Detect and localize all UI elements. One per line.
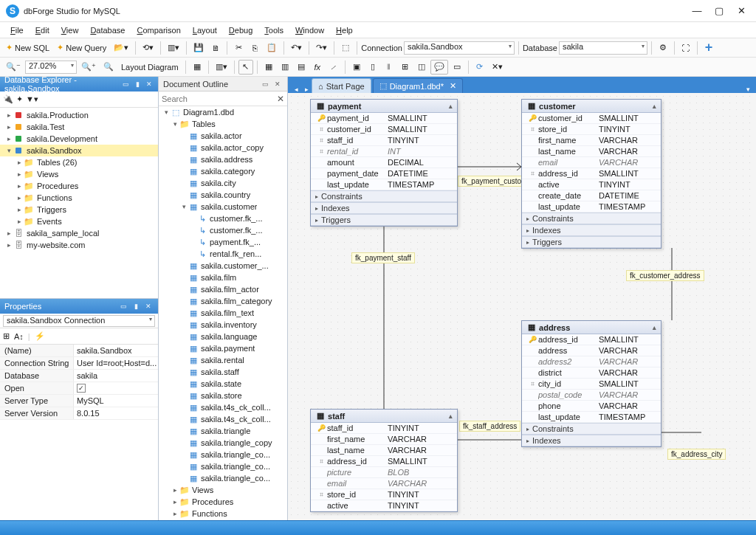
entity-column[interactable]: first_nameVARCHAR xyxy=(311,434,457,445)
entity-column[interactable]: last_nameVARCHAR xyxy=(522,146,661,157)
outline-node[interactable]: ▦sakila.store xyxy=(159,390,287,401)
db-connect-icon[interactable]: 🔌 xyxy=(3,94,13,104)
outline-node[interactable]: ▦sakila.payment xyxy=(159,342,287,354)
entity-column[interactable]: ⌗rental_idINT xyxy=(311,146,457,157)
outline-node[interactable]: ▦sakila.t4s_ck_coll... xyxy=(159,401,287,413)
tab-start-page[interactable]: ⌂Start Page xyxy=(312,78,371,93)
collapse-icon[interactable]: ▴ xyxy=(653,324,656,331)
properties-grid[interactable]: (Name)sakila.SandboxConnection StringUse… xyxy=(0,345,158,520)
arrange-2[interactable]: ▯ xyxy=(365,60,380,75)
prop-events-icon[interactable]: ⚡ xyxy=(35,331,45,341)
outline-node[interactable]: ▦sakila.film xyxy=(159,272,287,283)
relation-tool[interactable]: ⟋ xyxy=(326,60,341,75)
outline-node[interactable]: ▦sakila.inventory xyxy=(159,319,287,331)
outline-node[interactable]: ▦sakila.customer_... xyxy=(159,260,287,272)
entity-payment[interactable]: ▦ payment▴🔑payment_idSMALLINT⌗customer_i… xyxy=(310,99,458,227)
minimize-button[interactable]: — xyxy=(688,4,706,18)
panel-close-button[interactable]: ✕ xyxy=(145,79,154,89)
outline-node[interactable]: ▦sakila.country xyxy=(159,189,287,201)
entity-header[interactable]: ▦ address▴ xyxy=(522,321,661,334)
db-node[interactable]: ▾sakila.Sandbox xyxy=(0,145,158,156)
outline-node[interactable]: ▦sakila.triangle xyxy=(159,425,287,437)
maximize-button[interactable]: ▢ xyxy=(710,4,728,18)
db-node[interactable]: ▸📁Tables (26) xyxy=(0,156,158,168)
stamp-tool[interactable]: ▭ xyxy=(450,60,464,75)
outline-node[interactable]: ▦sakila.actor xyxy=(159,130,287,142)
entity-section[interactable]: Constraints xyxy=(522,423,661,435)
entity-staff[interactable]: ▦ staff▴🔑staff_idTINYINTfirst_nameVARCHA… xyxy=(310,409,458,512)
collapse-icon[interactable]: ▴ xyxy=(449,413,453,420)
database-combo[interactable]: sakila xyxy=(559,41,647,55)
prop-close-button[interactable]: ✕ xyxy=(143,301,154,311)
menu-file[interactable]: File xyxy=(4,24,30,36)
property-row[interactable]: Server TypeMySQL xyxy=(0,395,158,407)
prop-categorize-icon[interactable]: ⊞ xyxy=(3,331,10,341)
entity-column[interactable]: activeTINYINT xyxy=(311,500,457,511)
arrange-1[interactable]: ▣ xyxy=(349,60,364,75)
entity-column[interactable]: last_nameVARCHAR xyxy=(311,445,457,456)
outline-close-button[interactable]: ✕ xyxy=(272,79,283,89)
outline-node[interactable]: ↳payment.fk_... xyxy=(159,236,287,248)
undo-button[interactable]: ↶▾ xyxy=(288,41,305,55)
properties-subject-combo[interactable]: sakila.Sandbox Connection xyxy=(3,315,155,327)
open-dropdown[interactable]: 📂▾ xyxy=(111,41,131,55)
outline-node[interactable]: ▦sakila.staff xyxy=(159,366,287,378)
entity-column[interactable]: 🔑staff_idTINYINT xyxy=(311,423,457,434)
entity-column[interactable]: ⌗store_idTINYINT xyxy=(311,489,457,500)
outline-node[interactable]: ↳customer.fk_... xyxy=(159,224,287,236)
nav-btn[interactable]: ⬚ xyxy=(338,41,353,55)
collapse-icon[interactable]: ▴ xyxy=(653,103,656,110)
outline-node[interactable]: ▦sakila.address xyxy=(159,153,287,165)
tab-close-icon[interactable]: ✕ xyxy=(450,81,456,91)
entity-column[interactable]: last_updateTIMESTAMP xyxy=(311,179,457,190)
prop-dock-button[interactable]: ▭ xyxy=(118,301,128,311)
outline-node[interactable]: ▦sakila.state xyxy=(159,378,287,390)
outline-search-input[interactable] xyxy=(162,94,284,103)
entity-column[interactable]: ⌗customer_idSMALLINT xyxy=(311,124,457,135)
db-explorer-tree[interactable]: ▸sakila.Production▸sakila.Test▸sakila.De… xyxy=(0,108,158,298)
copy-button[interactable]: ⎘ xyxy=(247,41,262,55)
outline-node[interactable]: ▦sakila.triangle_copy xyxy=(159,437,287,449)
zoom-fit-button[interactable]: 🔍 xyxy=(100,60,117,75)
layout-diagram-button[interactable]: Layout Diagram xyxy=(118,60,182,75)
entity-section[interactable]: Triggers xyxy=(522,236,661,248)
menu-edit[interactable]: Edit xyxy=(30,24,55,36)
outline-node[interactable]: ↳customer.fk_... xyxy=(159,213,287,224)
outline-node[interactable]: ▸📁Procedures xyxy=(159,496,287,508)
menu-window[interactable]: Window xyxy=(289,24,330,36)
diagram-opt-1[interactable]: ▥▾ xyxy=(213,60,230,75)
entity-section[interactable]: Constraints xyxy=(311,190,457,202)
table-tool[interactable]: ▦ xyxy=(261,60,276,75)
property-row[interactable]: Databasesakila xyxy=(0,370,158,382)
outline-node[interactable]: ▾📁Tables xyxy=(159,118,287,130)
toolbar-icon-gear[interactable]: ⚙ xyxy=(656,41,670,55)
paste-button[interactable]: 📋 xyxy=(264,41,280,55)
zoom-out-button[interactable]: 🔍⁻ xyxy=(3,60,24,75)
close-button[interactable]: ✕ xyxy=(732,4,750,18)
entity-column[interactable]: activeTINYINT xyxy=(522,179,661,190)
entity-column[interactable]: first_nameVARCHAR xyxy=(522,135,661,146)
entity-section[interactable]: Triggers xyxy=(311,214,457,226)
outline-node[interactable]: ▦sakila.triangle_co... xyxy=(159,472,287,484)
outline-node[interactable]: ▦sakila.actor_copy xyxy=(159,142,287,153)
menu-layout[interactable]: Layout xyxy=(187,24,223,36)
outline-node[interactable]: ▸📁Functions xyxy=(159,508,287,520)
db-node[interactable]: ▸🗄sakila_sample_local xyxy=(0,227,158,239)
entity-column[interactable]: create_dateDATETIME xyxy=(522,190,661,201)
entity-column[interactable]: emailVARCHAR xyxy=(522,157,661,168)
outline-node[interactable]: ▦sakila.city xyxy=(159,177,287,189)
entity-column[interactable]: amountDECIMAL xyxy=(311,157,457,168)
entity-column[interactable]: ⌗address_idSMALLINT xyxy=(522,168,661,179)
entity-column[interactable]: 🔑address_idSMALLINT xyxy=(522,334,661,345)
entity-column[interactable]: last_updateTIMESTAMP xyxy=(522,412,661,423)
redo-button[interactable]: ↷▾ xyxy=(313,41,330,55)
cut-button[interactable]: ✂ xyxy=(231,41,246,55)
outline-search-clear[interactable]: ✕ xyxy=(277,94,284,104)
fx-tool[interactable]: fx xyxy=(310,60,325,75)
entity-column[interactable]: payment_dateDATETIME xyxy=(311,168,457,179)
db-node[interactable]: ▸📁Views xyxy=(0,168,158,180)
view-tool[interactable]: ▥ xyxy=(278,60,292,75)
property-row[interactable]: Server Version8.0.15 xyxy=(0,407,158,420)
arrange-4[interactable]: ⊞ xyxy=(398,60,413,75)
menu-help[interactable]: Help xyxy=(330,24,359,36)
